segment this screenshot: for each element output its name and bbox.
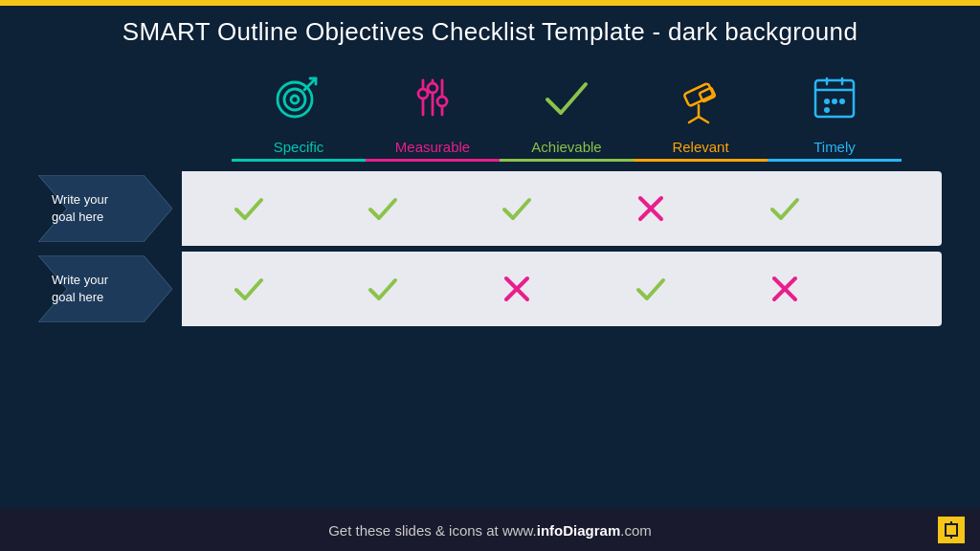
- measurable-label: Measurable: [366, 139, 500, 162]
- goal-text-2: Write your goal here: [38, 272, 108, 306]
- cell-1-specific: [182, 190, 316, 227]
- cell-1-measurable: [316, 190, 450, 227]
- cell-2-achievable: [450, 271, 584, 307]
- footer: Get these slides & icons at www.infoDiag…: [0, 509, 980, 551]
- svg-point-17: [824, 99, 830, 104]
- icon-col-timely: Timely: [768, 64, 902, 162]
- timely-label: Timely: [768, 139, 902, 162]
- top-accent-bar: [0, 0, 980, 6]
- relevant-icon: [667, 64, 734, 131]
- footer-text: Get these slides & icons at www.infoDiag…: [328, 522, 652, 539]
- svg-point-20: [824, 107, 830, 113]
- cell-2-measurable: [316, 271, 450, 307]
- row-cells-1: [182, 171, 942, 246]
- table-section: Write your goal here: [38, 171, 942, 326]
- achievable-label: Achievable: [500, 139, 634, 162]
- svg-point-2: [291, 96, 299, 103]
- svg-line-3: [304, 78, 316, 90]
- cell-2-timely: [718, 271, 852, 307]
- svg-point-8: [428, 83, 437, 93]
- svg-line-14: [699, 117, 708, 122]
- goal-label-2: Write your goal here: [38, 255, 182, 322]
- svg-point-19: [839, 99, 845, 104]
- timely-icon: [801, 64, 868, 131]
- cell-1-timely: [718, 190, 852, 227]
- goal-label-1: Write your goal here: [38, 175, 182, 242]
- page-title: SMART Outline Objectives Checklist Templ…: [0, 0, 980, 55]
- svg-point-18: [832, 99, 837, 104]
- specific-label: Specific: [232, 139, 366, 162]
- footer-logo: [938, 517, 965, 543]
- goal-text-1: Write your goal here: [38, 191, 108, 226]
- achievable-icon: [533, 64, 600, 131]
- relevant-label: Relevant: [634, 139, 768, 162]
- icon-col-specific: Specific: [232, 64, 366, 162]
- row-cells-2: [182, 252, 942, 326]
- svg-point-9: [437, 97, 447, 106]
- icon-col-measurable: Measurable: [366, 64, 500, 162]
- table-row-2: Write your goal here: [38, 252, 942, 326]
- cell-1-relevant: [584, 190, 718, 227]
- cell-2-relevant: [584, 271, 718, 307]
- cell-1-achievable: [450, 190, 584, 227]
- measurable-icon: [399, 64, 466, 131]
- svg-point-1: [284, 89, 305, 110]
- svg-rect-31: [938, 517, 965, 543]
- cell-2-specific: [182, 271, 316, 307]
- icon-col-relevant: Relevant: [634, 64, 768, 162]
- icons-row: Specific Measurable Achievable: [153, 64, 980, 162]
- specific-icon: [265, 64, 332, 131]
- svg-line-13: [689, 117, 699, 122]
- svg-point-7: [418, 89, 428, 99]
- table-row: Write your goal here: [38, 171, 942, 246]
- icon-col-achievable: Achievable: [500, 64, 634, 162]
